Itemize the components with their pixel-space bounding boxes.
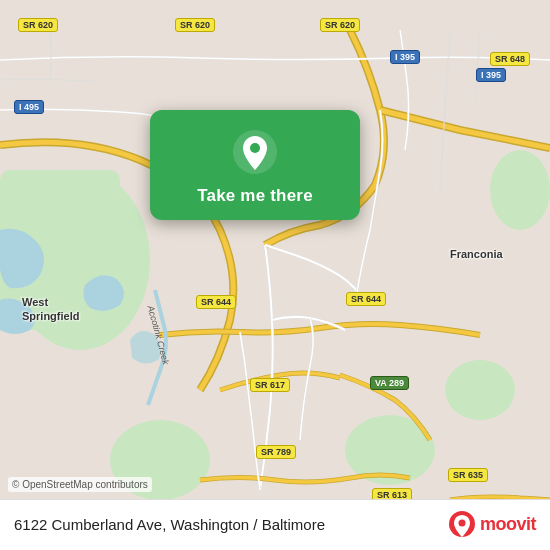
road-badge-va289: VA 289 — [370, 376, 409, 390]
road-badge-sr789: SR 789 — [256, 445, 296, 459]
place-label-franconia: Franconia — [450, 248, 503, 260]
road-badge-sr620-3: SR 620 — [320, 18, 360, 32]
moovit-logo: moovit — [448, 510, 536, 538]
take-me-there-label: Take me there — [197, 186, 313, 206]
address-text: 6122 Cumberland Ave, Washington / Baltim… — [14, 516, 325, 533]
road-badge-sr635: SR 635 — [448, 468, 488, 482]
svg-point-6 — [445, 360, 515, 420]
place-label-west-springfield: WestSpringfield — [22, 295, 79, 324]
road-badge-i395-2: I 395 — [476, 68, 506, 82]
moovit-text: moovit — [480, 514, 536, 535]
location-card[interactable]: Take me there — [150, 110, 360, 220]
location-pin-icon — [231, 128, 279, 176]
attribution: © OpenStreetMap contributors — [8, 477, 152, 492]
road-badge-sr617: SR 617 — [250, 378, 290, 392]
road-badge-sr644-2: SR 644 — [346, 292, 386, 306]
bottom-bar: 6122 Cumberland Ave, Washington / Baltim… — [0, 499, 550, 550]
map-container: SR 620 SR 620 SR 620 I 495 I 395 I 395 S… — [0, 0, 550, 550]
svg-point-9 — [250, 143, 260, 153]
road-badge-sr648: SR 648 — [490, 52, 530, 66]
road-badge-sr620-1: SR 620 — [18, 18, 58, 32]
road-badge-sr620-2: SR 620 — [175, 18, 215, 32]
road-badge-i395-1: I 395 — [390, 50, 420, 64]
road-badge-sr644-1: SR 644 — [196, 295, 236, 309]
moovit-logo-icon — [448, 510, 476, 538]
svg-point-7 — [490, 150, 550, 230]
svg-point-11 — [458, 520, 465, 527]
road-badge-i495: I 495 — [14, 100, 44, 114]
